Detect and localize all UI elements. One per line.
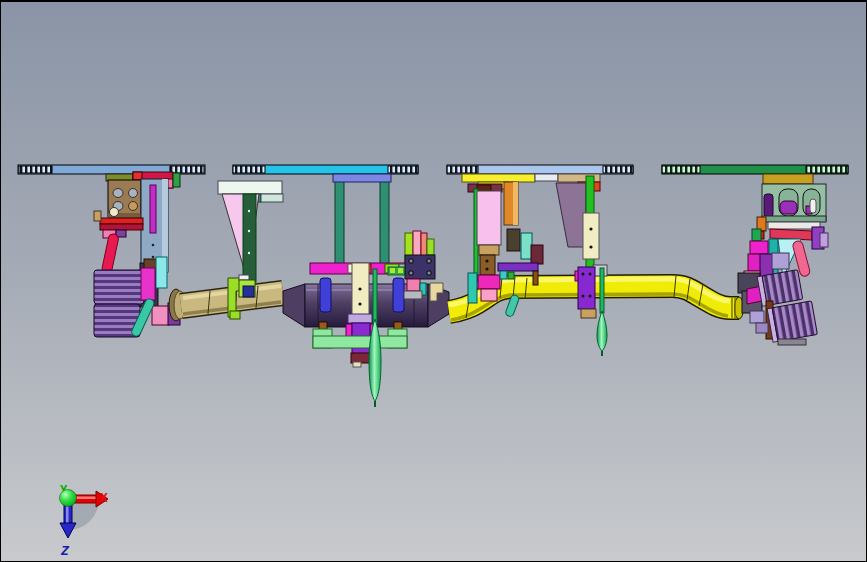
station2-blue-pin-left [320, 278, 331, 312]
station2-blue-pin-right [393, 278, 404, 312]
station3-pink-column [477, 191, 501, 245]
plate1-hatch-left [19, 166, 52, 173]
station4-red-bar [770, 229, 812, 240]
station1-magenta-plate [141, 268, 155, 300]
station3-cream-column [583, 213, 599, 259]
station1-bracket-plate[interactable] [108, 180, 141, 217]
station1-cyan-bar [156, 257, 167, 288]
station2-green-column [243, 194, 256, 282]
cad-viewport[interactable]: Y X Z [0, 0, 867, 562]
station3-brown-block [480, 255, 495, 275]
mid-bracket-bolt-plate [405, 255, 435, 279]
station2-frame-right [380, 176, 389, 264]
station4-bracket[interactable] [762, 184, 826, 222]
station2-frame-left [335, 176, 344, 264]
z-axis-label: Z [60, 543, 70, 558]
plate1-hatch-right [170, 166, 204, 173]
origin-sphere [60, 490, 77, 507]
x-axis-label: X [100, 490, 108, 505]
